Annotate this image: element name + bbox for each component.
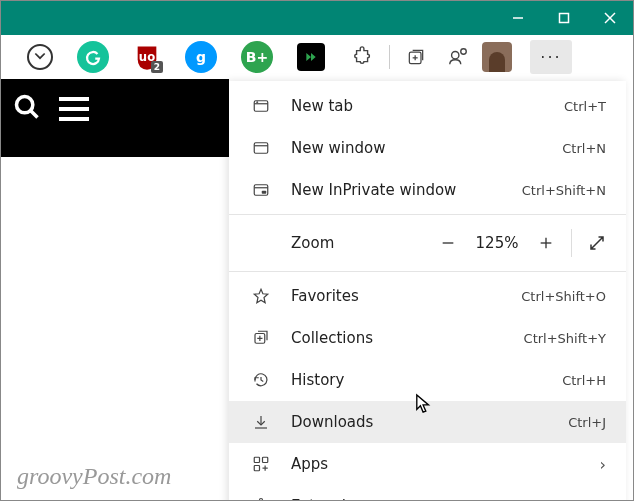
inprivate-icon bbox=[249, 181, 273, 199]
extensions-menu-icon bbox=[249, 497, 273, 501]
feedback-icon[interactable] bbox=[440, 39, 476, 75]
zoom-value: 125% bbox=[469, 234, 525, 252]
menu-label: New window bbox=[291, 139, 562, 157]
menu-new-tab[interactable]: New tab Ctrl+T bbox=[229, 85, 626, 127]
menu-shortcut: Ctrl+H bbox=[562, 373, 606, 388]
menu-history[interactable]: History Ctrl+H bbox=[229, 359, 626, 401]
menu-label: Downloads bbox=[291, 413, 568, 431]
collections-icon[interactable] bbox=[398, 39, 434, 75]
svg-rect-19 bbox=[262, 191, 267, 194]
svg-rect-1 bbox=[560, 14, 569, 23]
extensions-puzzle-icon[interactable] bbox=[345, 39, 381, 75]
svg-point-10 bbox=[17, 97, 33, 113]
svg-line-11 bbox=[31, 111, 38, 118]
menu-collections[interactable]: Collections Ctrl+Shift+Y bbox=[229, 317, 626, 359]
profile-avatar[interactable] bbox=[482, 42, 512, 72]
menu-favorites[interactable]: Favorites Ctrl+Shift+O bbox=[229, 275, 626, 317]
menu-label: Favorites bbox=[291, 287, 521, 305]
menu-shortcut: Ctrl+Shift+Y bbox=[524, 331, 606, 346]
svg-point-9 bbox=[461, 49, 467, 55]
ublock-badge: 2 bbox=[151, 61, 163, 73]
menu-shortcut: Ctrl+Shift+N bbox=[522, 183, 606, 198]
zoom-in-button[interactable] bbox=[525, 223, 567, 263]
minimize-button[interactable] bbox=[495, 1, 541, 35]
svg-rect-15 bbox=[254, 143, 268, 154]
svg-rect-30 bbox=[254, 466, 259, 471]
zoom-label: Zoom bbox=[291, 234, 427, 252]
menu-divider bbox=[229, 271, 626, 272]
menu-shortcut: Ctrl+J bbox=[568, 415, 606, 430]
settings-more-button[interactable]: ··· bbox=[530, 40, 572, 74]
hamburger-menu-icon[interactable] bbox=[59, 97, 89, 121]
menu-new-inprivate[interactable]: New InPrivate window Ctrl+Shift+N bbox=[229, 169, 626, 211]
search-icon[interactable] bbox=[13, 93, 41, 121]
menu-extensions[interactable]: Extensions bbox=[229, 485, 626, 501]
zoom-out-button[interactable] bbox=[427, 223, 469, 263]
svg-point-8 bbox=[452, 52, 459, 59]
menu-shortcut: Ctrl+Shift+O bbox=[521, 289, 606, 304]
menu-label: Apps bbox=[291, 455, 600, 473]
browser-toolbar: uo 2 g B+ ··· bbox=[1, 35, 633, 79]
new-tab-icon bbox=[249, 97, 273, 115]
menu-zoom-row: Zoom 125% bbox=[229, 218, 626, 268]
menu-shortcut: Ctrl+N bbox=[562, 141, 606, 156]
menu-apps[interactable]: Apps › bbox=[229, 443, 626, 485]
collections-menu-icon bbox=[249, 329, 273, 347]
pocket-extension-icon[interactable] bbox=[27, 44, 53, 70]
toolbar-separator bbox=[389, 45, 390, 69]
history-icon bbox=[249, 371, 273, 389]
grammarly-extension-icon[interactable] bbox=[77, 41, 109, 73]
menu-label: New tab bbox=[291, 97, 564, 115]
chevron-right-icon: › bbox=[600, 455, 606, 474]
favorites-icon bbox=[249, 287, 273, 305]
menu-shortcut: Ctrl+T bbox=[564, 99, 606, 114]
svg-rect-12 bbox=[254, 101, 268, 112]
apps-icon bbox=[249, 455, 273, 473]
watermark-text: groovyPost.com bbox=[17, 463, 171, 490]
menu-label: Extensions bbox=[291, 497, 606, 501]
zoom-separator bbox=[571, 229, 572, 257]
maximize-button[interactable] bbox=[541, 1, 587, 35]
close-button[interactable] bbox=[587, 1, 633, 35]
fastforward-extension-icon[interactable] bbox=[297, 43, 325, 71]
menu-divider bbox=[229, 214, 626, 215]
svg-rect-28 bbox=[254, 457, 259, 462]
page-header bbox=[1, 79, 229, 157]
menu-label: Collections bbox=[291, 329, 524, 347]
window-titlebar bbox=[1, 1, 633, 35]
new-window-icon bbox=[249, 139, 273, 157]
downloads-icon bbox=[249, 413, 273, 431]
bplus-extension-icon[interactable]: B+ bbox=[241, 41, 273, 73]
ublock-extension-icon[interactable]: uo 2 bbox=[133, 43, 161, 71]
settings-menu: New tab Ctrl+T New window Ctrl+N New InP… bbox=[229, 81, 626, 501]
menu-new-window[interactable]: New window Ctrl+N bbox=[229, 127, 626, 169]
menu-label: History bbox=[291, 371, 562, 389]
menu-label: New InPrivate window bbox=[291, 181, 522, 199]
g-extension-icon[interactable]: g bbox=[185, 41, 217, 73]
fullscreen-button[interactable] bbox=[576, 223, 618, 263]
menu-downloads[interactable]: Downloads Ctrl+J bbox=[229, 401, 626, 443]
svg-point-14 bbox=[257, 102, 258, 103]
svg-rect-29 bbox=[263, 457, 268, 462]
